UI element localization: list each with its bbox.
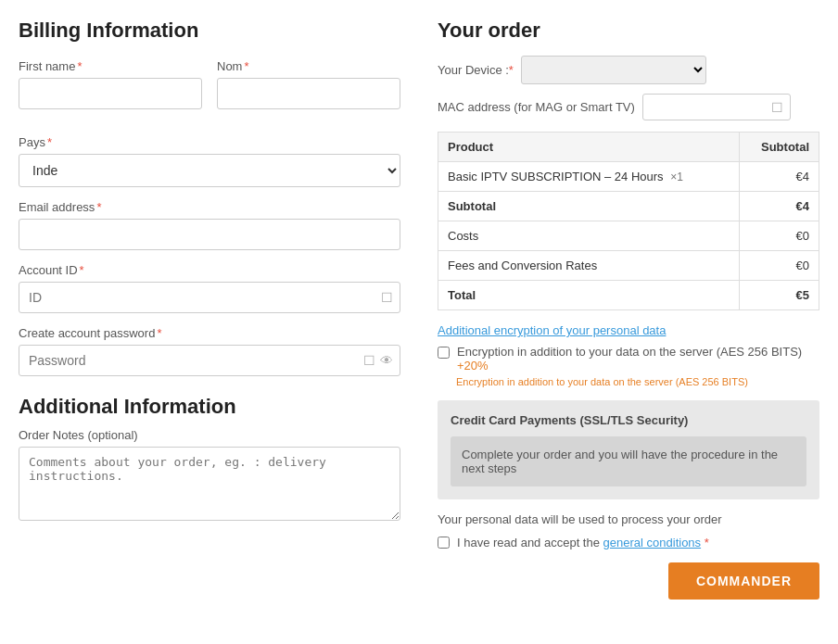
encryption-section: Additional encryption of your personal d…	[438, 323, 819, 387]
password-icon-lock: ☐	[363, 353, 375, 368]
encryption-checkbox-row: Encryption in addition to your data on t…	[438, 345, 819, 373]
credit-card-box: Credit Card Payments (SSL/TLS Security) …	[438, 400, 819, 499]
right-column: Your order Your Device :* MAG Smart TV A…	[438, 19, 819, 612]
credit-card-msg: Complete your order and you will have th…	[462, 448, 795, 475]
account-id-icon: ☐	[381, 290, 393, 305]
additional-title: Additional Information	[19, 395, 400, 419]
fees-label: Fees and Conversion Rates	[438, 251, 740, 281]
notes-label: Order Notes (optional)	[19, 428, 400, 442]
password-icon-eye[interactable]: 👁	[380, 353, 393, 368]
product-name: Basic IPTV SUBSCRIPTION – 24 Hours	[448, 170, 664, 183]
additional-info-section: Additional Information Order Notes (opti…	[19, 395, 400, 521]
table-row: Fees and Conversion Rates €0	[438, 251, 819, 281]
email-input[interactable]	[19, 219, 400, 250]
total-label: Total	[438, 281, 740, 310]
pays-group: Pays* Inde France Belgique Suisse Canada	[19, 135, 400, 187]
firstname-label: First name*	[19, 59, 202, 73]
accept-label: I have read and accept the general condi…	[457, 536, 709, 549]
general-conditions-link[interactable]: general conditions	[603, 536, 702, 549]
password-icons: ☐ 👁	[363, 353, 393, 368]
left-column: Billing Information First name* Nom* Pay…	[19, 19, 400, 612]
device-select[interactable]: MAG Smart TV Android	[521, 56, 706, 84]
product-subtotal: €4	[739, 162, 819, 192]
product-cell: Basic IPTV SUBSCRIPTION – 24 Hours ×1	[438, 162, 740, 192]
table-header: Product Subtotal	[438, 133, 819, 162]
email-group: Email address*	[19, 200, 400, 250]
col-subtotal: Subtotal	[739, 133, 819, 162]
encryption-small: Encryption in addition to your data on t…	[456, 376, 819, 387]
nom-label: Nom*	[217, 59, 400, 73]
costs-label: Costs	[438, 221, 740, 251]
subtotal-label: Subtotal	[438, 192, 740, 221]
mac-label: MAC address (for MAG or Smart TV)	[438, 100, 635, 114]
costs-value: €0	[739, 221, 819, 251]
encryption-checkbox[interactable]	[438, 347, 450, 359]
personal-data-section: Your personal data will be used to proce…	[438, 512, 819, 600]
product-qty: ×1	[670, 170, 683, 183]
order-table: Product Subtotal Basic IPTV SUBSCRIPTION…	[438, 132, 819, 310]
mac-input-wrapper: ☐	[642, 94, 791, 120]
fees-value: €0	[739, 251, 819, 281]
total-value: €5	[739, 281, 819, 310]
billing-title: Billing Information	[19, 19, 400, 43]
pays-select[interactable]: Inde France Belgique Suisse Canada	[19, 154, 400, 187]
table-row: Costs €0	[438, 221, 819, 251]
col-product: Product	[438, 133, 740, 162]
nom-group: Nom*	[217, 59, 400, 109]
credit-card-inner: Complete your order and you will have th…	[451, 436, 806, 486]
device-row: Your Device :* MAG Smart TV Android	[438, 56, 819, 84]
firstname-input[interactable]	[19, 78, 202, 109]
password-input[interactable]	[19, 345, 400, 376]
account-id-wrapper: ☐	[19, 282, 400, 313]
table-row: Basic IPTV SUBSCRIPTION – 24 Hours ×1 €4	[438, 162, 819, 192]
table-row total-row: Total €5	[438, 281, 819, 310]
account-id-label: Account ID*	[19, 263, 400, 277]
accept-row: I have read and accept the general condi…	[438, 536, 819, 549]
notes-group: Order Notes (optional)	[19, 428, 400, 521]
order-title: Your order	[438, 19, 819, 43]
password-wrapper: ☐ 👁	[19, 345, 400, 376]
account-id-input[interactable]	[19, 282, 400, 313]
encryption-extra: +20%	[457, 359, 489, 373]
encryption-desc: Encryption in addition to your data on t…	[457, 345, 819, 373]
mac-row: MAC address (for MAG or Smart TV) ☐	[438, 94, 819, 120]
personal-data-text: Your personal data will be used to proce…	[438, 512, 819, 526]
table-row: Subtotal €4	[438, 192, 819, 221]
pays-label: Pays*	[19, 135, 400, 149]
encryption-title: Additional encryption of your personal d…	[438, 323, 819, 337]
mac-input[interactable]	[642, 94, 791, 120]
notes-input[interactable]	[19, 447, 400, 521]
password-group: Create account password* ☐ 👁	[19, 326, 400, 376]
name-row: First name* Nom*	[19, 59, 400, 122]
commander-button[interactable]: COMMANDER	[668, 562, 819, 600]
commander-wrapper: COMMANDER	[438, 562, 819, 600]
device-label: Your Device :*	[438, 63, 514, 77]
accept-checkbox[interactable]	[438, 537, 450, 549]
nom-input[interactable]	[217, 78, 400, 109]
subtotal-value: €4	[739, 192, 819, 221]
firstname-group: First name*	[19, 59, 202, 109]
credit-card-title: Credit Card Payments (SSL/TLS Security)	[451, 413, 806, 427]
password-label: Create account password*	[19, 326, 400, 340]
account-id-group: Account ID* ☐	[19, 263, 400, 313]
mac-icon: ☐	[771, 100, 783, 115]
email-label: Email address*	[19, 200, 400, 214]
